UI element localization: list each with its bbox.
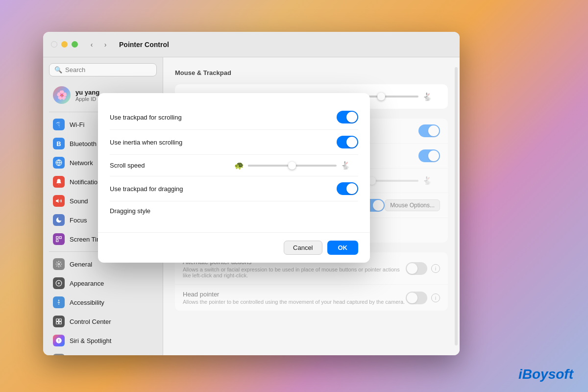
- sidebar-label-wifi: Wi-Fi: [70, 121, 84, 128]
- general-icon: [53, 258, 65, 270]
- toggle-knob-2: [428, 150, 439, 161]
- use-trackpad-scrolling-toggle[interactable]: [418, 124, 440, 137]
- svg-marker-2: [56, 199, 58, 203]
- sidebar-label-focus: Focus: [70, 217, 87, 224]
- modal-buttons: Cancel OK: [98, 232, 370, 263]
- svg-rect-9: [56, 319, 59, 321]
- modal-inertia-label: Use inertia when scrolling: [110, 139, 337, 146]
- modal-dragging-style-label: Dragging style: [110, 207, 358, 215]
- head-pointer-sub: Allows the pointer to be controlled usin…: [183, 299, 406, 305]
- forward-button[interactable]: ›: [99, 39, 111, 50]
- sidebar-item-accessibility[interactable]: Accessibility: [47, 293, 159, 312]
- modal-dragging-row: Use trackpad for dragging: [110, 176, 358, 201]
- alternate-pointer-info-icon[interactable]: i: [431, 264, 440, 273]
- watermark: iBoysoft: [518, 367, 573, 382]
- sidebar-label-sound: Sound: [70, 197, 88, 205]
- back-button[interactable]: ‹: [86, 39, 98, 50]
- modal-scroll-track[interactable]: [248, 165, 337, 167]
- user-info: yu yang Apple ID: [75, 89, 99, 102]
- mouse-options-button[interactable]: Mouse Options...: [385, 199, 440, 211]
- maximize-button[interactable]: [72, 41, 78, 48]
- sidebar-item-controlcenter[interactable]: Control Center: [47, 312, 159, 331]
- search-bar[interactable]: 🔍: [49, 63, 157, 76]
- svg-rect-10: [59, 319, 62, 321]
- head-pointer-row: Head pointer Allows the pointer to be co…: [175, 285, 448, 311]
- close-button[interactable]: [51, 41, 57, 48]
- svg-rect-4: [59, 237, 61, 239]
- focus-icon: [53, 214, 65, 226]
- modal-dragging-toggle[interactable]: [337, 182, 358, 195]
- ok-button[interactable]: OK: [327, 241, 359, 255]
- toggle-knob-4: [407, 263, 417, 274]
- modal-scrolling-row: Use trackpad for scrolling: [110, 105, 358, 130]
- modal-dialog: Use trackpad for scrolling Use inertia w…: [98, 93, 370, 263]
- head-pointer-toggle[interactable]: [406, 292, 427, 304]
- modal-dragging-label: Use trackpad for dragging: [110, 185, 337, 193]
- cancel-button[interactable]: Cancel: [284, 241, 322, 255]
- scroll-indicator: [455, 67, 458, 345]
- search-input[interactable]: [65, 66, 151, 74]
- modal-dragging-style-row: Dragging style ✓ Without Drag Lock With …: [110, 201, 358, 220]
- user-subtitle: Apple ID: [75, 96, 99, 102]
- svg-point-6: [58, 263, 60, 265]
- svg-rect-12: [59, 322, 62, 324]
- sidebar-label-accessibility: Accessibility: [70, 299, 104, 306]
- modal-inertia-row: Use inertia when scrolling: [110, 130, 358, 155]
- siri-icon: [53, 335, 65, 346]
- modal-dragging-knob: [346, 183, 357, 194]
- network-icon: [53, 157, 65, 169]
- alternate-pointer-toggle[interactable]: [406, 262, 427, 275]
- sidebar-item-appearance[interactable]: Appearance: [47, 274, 159, 293]
- toggle-knob-5: [407, 293, 417, 303]
- search-icon: 🔍: [54, 66, 62, 74]
- sidebar-label-siri: Siri & Spotlight: [70, 337, 111, 344]
- modal-inertia-knob: [346, 137, 357, 147]
- appearance-icon: [53, 277, 65, 289]
- notifications-icon: [53, 176, 65, 188]
- svg-rect-11: [56, 322, 59, 324]
- sidebar-item-siri[interactable]: Siri & Spotlight: [47, 331, 159, 350]
- modal-scroll-max-icon: 🐇: [341, 161, 350, 170]
- modal-inertia-toggle[interactable]: [337, 136, 358, 148]
- sidebar-label-bluetooth: Bluetooth: [70, 140, 97, 147]
- screentime-icon: [53, 233, 65, 245]
- title-bar: ‹ › Pointer Control: [43, 32, 460, 57]
- svg-rect-5: [56, 240, 58, 242]
- sidebar-label-network: Network: [70, 159, 93, 167]
- modal-scroll-speed-slider: 🐢 🐇: [234, 161, 351, 170]
- avatar: 🌸: [53, 86, 71, 104]
- controlcenter-icon: [53, 316, 65, 327]
- navigation-controls: ‹ ›: [86, 39, 111, 50]
- sidebar-label-controlcenter: Control Center: [70, 318, 111, 325]
- modal-content: Use trackpad for scrolling Use inertia w…: [98, 93, 370, 232]
- toggle-knob: [428, 125, 439, 136]
- toggle-knob-3: [373, 200, 384, 211]
- slider-max-icon: 🐇: [422, 92, 432, 101]
- section-title: Mouse & Trackpad: [175, 69, 448, 76]
- double-click-speed-thumb[interactable]: [377, 93, 385, 100]
- sidebar-item-privacy[interactable]: Privacy & Security: [47, 350, 159, 355]
- head-pointer-info-icon[interactable]: i: [431, 294, 440, 302]
- modal-scrolling-label: Use trackpad for scrolling: [110, 114, 337, 121]
- window-title: Pointer Control: [119, 41, 169, 49]
- sound-icon: [53, 195, 65, 207]
- minimize-button[interactable]: [61, 41, 68, 48]
- modal-scroll-speed-row: Scroll speed 🐢 🐇: [110, 155, 358, 176]
- user-name: yu yang: [75, 89, 99, 96]
- use-inertia-scrolling-toggle[interactable]: [418, 149, 440, 162]
- modal-scroll-speed-label: Scroll speed: [110, 162, 226, 169]
- svg-point-8: [58, 300, 59, 301]
- modal-scroll-min-icon: 🐢: [234, 161, 244, 170]
- modal-scroll-thumb[interactable]: [288, 162, 296, 170]
- bluetooth-icon: B: [53, 138, 65, 149]
- modal-scrolling-knob: [346, 112, 357, 122]
- privacy-icon: [53, 354, 65, 355]
- accessibility-icon: [53, 296, 65, 308]
- head-pointer-label: Head pointer: [183, 291, 406, 298]
- alternate-pointer-sub: Allows a switch or facial expression to …: [183, 267, 406, 278]
- sidebar-label-general: General: [70, 261, 92, 268]
- modal-scrolling-toggle[interactable]: [337, 111, 358, 123]
- sidebar-label-appearance: Appearance: [70, 280, 104, 287]
- wifi-icon: [53, 119, 65, 130]
- scroll-max-icon: 🐇: [422, 176, 432, 185]
